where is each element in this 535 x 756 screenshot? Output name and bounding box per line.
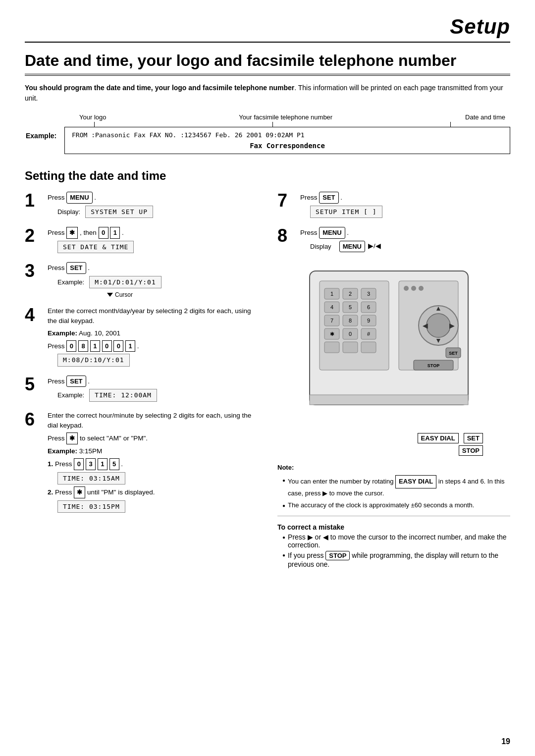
stop-label: STOP xyxy=(459,445,483,456)
step4-k0c: 0 xyxy=(113,340,123,352)
label-fax-number: Your facsimile telephone number xyxy=(239,113,332,121)
to-correct-section: To correct a mistake Press ▶ or ◀ to mov… xyxy=(277,523,510,568)
to-correct-bullet-2: If you press STOP while programming, the… xyxy=(282,551,510,568)
step5-dot: . xyxy=(88,378,90,385)
step5-display-value: TIME: 12:00AM xyxy=(89,389,157,402)
step7-set-key: SET xyxy=(319,192,338,204)
step6-to-select: to select "AM" or "PM". xyxy=(80,434,148,442)
example-label: Example: xyxy=(26,132,56,140)
step6-sub1-display: TIME: 03:15AM xyxy=(57,472,125,485)
step-2: 2 Press ✱ , then 0 1 . SET DATE & TIME xyxy=(25,227,258,255)
step4-dot: . xyxy=(137,342,139,350)
stop-label-row: STOP xyxy=(300,445,483,456)
example-section: Your logo Your facsimile telephone numbe… xyxy=(25,113,510,154)
step2-key0: 0 xyxy=(99,227,108,239)
step6-s2-star: ✱ xyxy=(74,486,85,498)
step7-display-value: SETUP ITEM [ ] xyxy=(310,206,382,218)
step3-cursor-row: Cursor xyxy=(107,290,258,299)
step5-display-row: Example: TIME: 12:00AM xyxy=(57,389,258,402)
step6-sub2-num: 2. xyxy=(48,488,55,496)
step1-menu-key: MENU xyxy=(66,192,92,204)
step2-display-value: SET DATE & TIME xyxy=(57,241,134,254)
example-diagram: Your logo Your facsimile telephone numbe… xyxy=(64,113,510,154)
step-3: 3 Press SET . Example: M:01/D:01/Y:01 Cu… xyxy=(25,262,258,299)
svg-rect-43 xyxy=(310,395,468,405)
step6-s1k3: 3 xyxy=(86,458,96,470)
step4-k0b: 0 xyxy=(102,340,112,352)
connector-row xyxy=(64,122,510,127)
step-6: 6 Enter the correct hour/minute by selec… xyxy=(25,411,258,515)
right-col: 7 Press SET . SETUP ITEM [ ] 8 Press MEN… xyxy=(277,192,510,570)
step5-example-label: Example: xyxy=(57,390,84,400)
svg-point-31 xyxy=(427,314,450,337)
step6-sub1-press: Press xyxy=(55,460,74,468)
svg-text:◀: ◀ xyxy=(423,322,428,329)
step6-star-key: ✱ xyxy=(66,432,78,444)
svg-text:▼: ▼ xyxy=(435,336,442,344)
cursor-arrow xyxy=(107,293,113,297)
svg-point-36 xyxy=(404,286,409,291)
svg-point-37 xyxy=(411,286,416,291)
fax-correspondence: Fax Correspondence xyxy=(72,142,503,150)
step2-display-row: SET DATE & TIME xyxy=(57,241,258,254)
step3-press: Press xyxy=(48,264,66,271)
cursor-label: Cursor xyxy=(115,290,133,299)
step4-display-value: M:08/D:10/Y:01 xyxy=(57,354,130,367)
notes-section: Note: You can enter the number by rotati… xyxy=(277,463,510,511)
device-diagram: 1 2 3 4 5 6 7 8 9 ✱ xyxy=(300,261,488,456)
step8-menu-key: MENU xyxy=(319,227,345,239)
example-box: FROM :Panasonic Fax FAX NO. :1234567 Feb… xyxy=(64,127,510,154)
step6-sub2-display-row: TIME: 03:15PM xyxy=(57,500,258,513)
step1-display-row: Display: SYSTEM SET UP xyxy=(57,206,258,218)
step2-dot: . xyxy=(122,229,124,236)
svg-text:✱: ✱ xyxy=(330,331,334,337)
note-title: Note: xyxy=(277,463,510,473)
svg-rect-28 xyxy=(361,342,376,353)
step-2-content: Press ✱ , then 0 1 . SET DATE & TIME xyxy=(48,227,258,255)
step-5-content: Press SET . Example: TIME: 12:00AM xyxy=(48,376,258,404)
step3-set-key: SET xyxy=(66,262,86,274)
step3-example-label: Example: xyxy=(57,277,84,287)
step4-display-row: M:08/D:10/Y:01 xyxy=(57,354,258,367)
step4-k8: 8 xyxy=(78,340,88,352)
step1-display-label: Display: xyxy=(57,207,80,217)
step5-press: Press xyxy=(48,378,66,385)
device-labels-row: EASY DIAL SET xyxy=(300,433,483,443)
set-label: SET xyxy=(464,433,483,443)
main-title: Date and time, your logo and facsimile t… xyxy=(25,52,510,76)
step6-sub2-display: TIME: 03:15PM xyxy=(57,500,125,513)
step-5-number: 5 xyxy=(25,376,44,393)
page-number: 19 xyxy=(501,737,510,746)
step6-example-label: Example: xyxy=(48,447,77,455)
step6-sub2-rest: until "PM" is displayed. xyxy=(87,488,155,496)
step4-example-label: Example: xyxy=(48,329,77,337)
step-7: 7 Press SET . SETUP ITEM [ ] xyxy=(277,192,510,220)
step6-example-val: 3:15PM xyxy=(77,447,102,455)
step-8-content: Press MENU . Display MENU ▶/◀ xyxy=(300,227,510,254)
step-1: 1 Press MENU . Display: SYSTEM SET UP xyxy=(25,192,258,220)
step4-k0: 0 xyxy=(66,340,76,352)
step6-sub1-num: 1. xyxy=(48,460,55,468)
step4-example-val: Aug. 10, 2001 xyxy=(77,329,120,337)
to-correct-1-text: Press ▶ or ◀ to move the cursor to the i… xyxy=(288,533,510,549)
conn2 xyxy=(272,122,273,127)
note-bullet-1-text: You can enter the number by rotating EAS… xyxy=(288,475,510,499)
step8-dot: . xyxy=(347,229,349,236)
device-svg: 1 2 3 4 5 6 7 8 9 ✱ xyxy=(300,261,478,430)
conn3 xyxy=(450,122,451,127)
step1-dot: . xyxy=(94,194,96,201)
to-correct-title: To correct a mistake xyxy=(277,523,510,531)
step6-sub1-display-row: TIME: 03:15AM xyxy=(57,472,258,485)
step-2-number: 2 xyxy=(25,227,44,245)
page-header: Setup xyxy=(25,15,510,43)
example-box-wrapper: Example: FROM :Panasonic Fax FAX NO. :12… xyxy=(64,127,510,154)
step3-display-row: Example: M:01/D:01/Y:01 xyxy=(57,276,258,289)
step3-dot: . xyxy=(88,264,90,271)
note-bullet-1: You can enter the number by rotating EAS… xyxy=(282,475,510,499)
step8-menu-btn: MENU xyxy=(339,241,365,253)
step-7-content: Press SET . SETUP ITEM [ ] xyxy=(300,192,510,220)
svg-text:STOP: STOP xyxy=(428,363,439,368)
intro-text: You should program the date and time, yo… xyxy=(25,83,510,104)
svg-text:2: 2 xyxy=(349,291,352,297)
step6-press2: Press xyxy=(48,434,66,442)
